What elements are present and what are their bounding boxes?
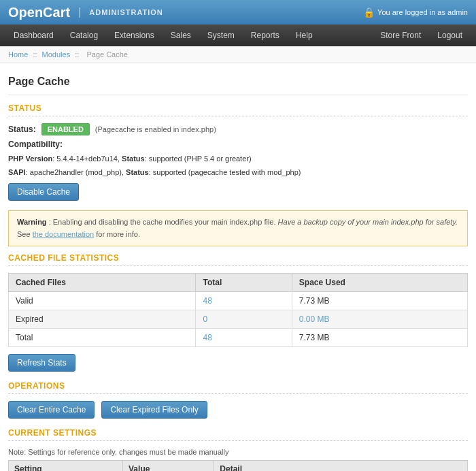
nav-reports[interactable]: Reports (243, 27, 288, 44)
clear-entire-cache-button[interactable]: Clear Entire Cache (8, 401, 95, 419)
php-version-text: PHP Version: 5.4.4-14+deb7u14, Status: s… (8, 153, 468, 165)
breadcrumb-sep1: :: (33, 50, 37, 59)
col-total: Total (196, 274, 292, 292)
nav-logout[interactable]: Logout (429, 27, 471, 44)
warning-italic: Have a backup copy of your main index.ph… (278, 218, 458, 226)
cached-files-section: CACHED FILE STATISTICS Cached Files Tota… (8, 253, 468, 372)
nav-dashboard[interactable]: Dashboard (5, 27, 62, 44)
nav-bar: Dashboard Catalog Extensions Sales Syste… (0, 25, 476, 46)
sapi-text: SAPI: apache2handler (mod_php), Status: … (8, 167, 468, 178)
operations-heading: OPERATIONS (8, 381, 468, 391)
cached-files-total: 48 (196, 292, 292, 310)
cached-files-divider (8, 265, 468, 266)
cached-files-label: Total (9, 329, 196, 347)
logo-opencart: OpenCart (8, 5, 70, 20)
top-header: OpenCart | ADMINISTRATION 🔒 You are logg… (0, 0, 476, 25)
logo-separator: | (78, 6, 81, 18)
cached-files-total: 48 (196, 329, 292, 347)
breadcrumb-current: Page Cache (86, 50, 128, 59)
warning-see: See (17, 230, 31, 238)
total-link[interactable]: 48 (203, 333, 211, 342)
current-settings-heading: CURRENT SETTINGS (8, 428, 468, 438)
page-title: Page Cache (8, 70, 468, 95)
total-link[interactable]: 0 (203, 314, 207, 324)
status-label: Status: (8, 125, 36, 134)
col-space-used: Space Used (292, 274, 467, 292)
col-cached-files: Cached Files (9, 274, 196, 292)
compatibility-label: Compatibility: (8, 140, 468, 149)
nav-help[interactable]: Help (288, 27, 321, 44)
cached-files-space: 0.00 MB (292, 310, 467, 329)
operations-divider (8, 393, 468, 394)
status-section-heading: STATUS (8, 103, 468, 113)
main-content: Page Cache STATUS Status: ENABLED (Pagec… (0, 63, 476, 471)
nav-catalog[interactable]: Catalog (62, 27, 106, 44)
nav-sales[interactable]: Sales (163, 27, 199, 44)
status-badge: ENABLED (41, 123, 90, 135)
operations-btn-row: Clear Entire Cache Clear Expired Files O… (8, 401, 468, 419)
table-header-row: Cached Files Total Space Used (9, 274, 468, 292)
header-right: 🔒 You are logged in as admin (363, 7, 468, 18)
breadcrumb: Home :: Modules :: Page Cache (0, 46, 476, 63)
nav-right: Store Front Logout (372, 27, 471, 44)
settings-col-setting: Setting (9, 461, 123, 471)
cached-files-heading: CACHED FILE STATISTICS (8, 253, 468, 263)
warning-end: for more info. (96, 230, 140, 238)
table-row: Total487.73 MB (9, 329, 468, 347)
nav-left: Dashboard Catalog Extensions Sales Syste… (5, 27, 321, 44)
cached-files-table: Cached Files Total Space Used Valid487.7… (8, 273, 468, 347)
cached-files-space: 7.73 MB (292, 292, 467, 310)
cached-files-total: 0 (196, 310, 292, 329)
current-settings-section: CURRENT SETTINGS Note: Settings for refe… (8, 428, 468, 471)
status-note: (Pagecache is enabled in index.php) (95, 125, 216, 133)
disable-cache-button[interactable]: Disable Cache (8, 183, 79, 201)
nav-extensions[interactable]: Extensions (106, 27, 163, 44)
cached-files-space: 7.73 MB (292, 329, 467, 347)
table-row: Valid487.73 MB (9, 292, 468, 310)
logo-admin-label: ADMINISTRATION (89, 8, 163, 16)
warning-text: : Enabling and disabling the cache modif… (49, 218, 276, 226)
disable-btn-row: Disable Cache (8, 183, 468, 201)
logo-area: OpenCart | ADMINISTRATION (8, 5, 163, 20)
space-link[interactable]: 0.00 MB (299, 314, 330, 324)
clear-expired-files-button[interactable]: Clear Expired Files Only (101, 401, 207, 419)
settings-table: Setting Value Detail expire14400expire t… (8, 460, 468, 471)
total-link[interactable]: 48 (203, 296, 211, 306)
settings-header-row: Setting Value Detail (9, 461, 468, 471)
settings-note: Note: Settings for reference only, chang… (8, 448, 468, 456)
status-section: STATUS Status: ENABLED (Pagecache is ena… (8, 103, 468, 246)
table-row: Expired00.00 MB (9, 310, 468, 329)
lock-icon: 🔒 (363, 7, 375, 18)
warning-doc-link[interactable]: the documentation (33, 230, 95, 238)
operations-section: OPERATIONS Clear Entire Cache Clear Expi… (8, 381, 468, 419)
breadcrumb-sep2: :: (75, 50, 79, 59)
status-row: Status: ENABLED (Pagecache is enabled in… (8, 123, 468, 135)
nav-storefront[interactable]: Store Front (372, 27, 429, 44)
refresh-btn-row: Refresh Stats (8, 354, 468, 372)
breadcrumb-modules[interactable]: Modules (42, 50, 71, 59)
current-settings-divider (8, 440, 468, 441)
nav-system[interactable]: System (199, 27, 243, 44)
settings-col-detail: Detail (214, 461, 468, 471)
warning-title: Warning (17, 218, 47, 226)
breadcrumb-home[interactable]: Home (8, 50, 28, 59)
cached-files-label: Expired (9, 310, 196, 329)
refresh-stats-button[interactable]: Refresh Stats (8, 354, 75, 372)
logged-in-text: You are logged in as admin (377, 8, 468, 16)
warning-box: Warning : Enabling and disabling the cac… (8, 210, 468, 246)
cached-files-label: Valid (9, 292, 196, 310)
status-divider (8, 116, 468, 116)
settings-col-value: Value (123, 461, 214, 471)
